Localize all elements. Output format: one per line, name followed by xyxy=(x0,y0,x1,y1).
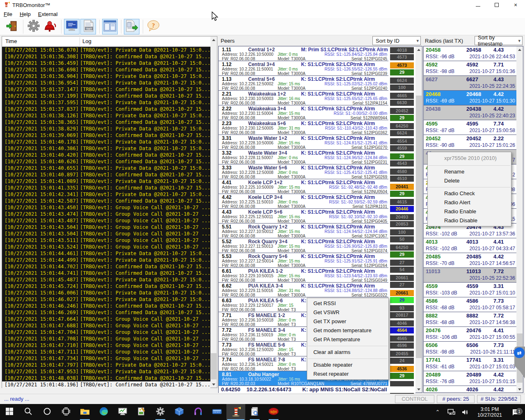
maximize-button[interactable] xyxy=(487,0,506,10)
context-menu-item-rename[interactable]: Rename xyxy=(428,167,511,176)
log-row[interactable]: [10/27/2021 15:01:47.708][TRBO/evt]: Gro… xyxy=(2,336,210,342)
log-row[interactable]: [10/27/2021 15:01:44.741][TRBO/evt]: Con… xyxy=(2,270,210,276)
taskbar-edge-browser-icon[interactable] xyxy=(94,404,113,420)
peer-row[interactable]: 3.33Waste Water 5+6K: S1:LCPtrnk S2:LCPt… xyxy=(219,164,388,179)
radio-row[interactable]: 459545957.74RSSI: -87 dB2021-10-27 15:00… xyxy=(424,120,516,135)
log-row[interactable]: [10/27/2021 15:01:45.487][TRBO/evt]: Pri… xyxy=(2,276,210,283)
radios-scroll-up[interactable] xyxy=(516,46,523,53)
log-row[interactable]: [10/27/2021 15:01:37.837][TRBO/evt]: Con… xyxy=(2,106,210,112)
action-center-icon[interactable]: 1 xyxy=(507,409,525,416)
log-row[interactable]: [10/27/2021 15:01:37.147][TRBO/evt]: Con… xyxy=(2,86,210,93)
peers-sort-dropdown[interactable]: Sort by ID ▾ xyxy=(372,36,421,45)
toolbar-button-help-bubble[interactable]: ? xyxy=(146,19,161,34)
taskbar-mail-tat-icon[interactable]: t@t xyxy=(264,404,283,420)
tray-chevron-up-icon[interactable]: ⌃ xyxy=(431,409,445,415)
peer-row[interactable]: 2.23Waiakeakua 5+6K: S1:LCPtrnk S2:LCPtr… xyxy=(219,120,388,135)
toolbar-button-monitor-log[interactable] xyxy=(64,19,80,34)
peer-row[interactable]: 1.12Central 3+4K: S1:LCPtrnk S2:LCPtrnk … xyxy=(219,61,388,76)
log-row[interactable]: [10/27/2021 15:01:38.365][TRBO/evt]: Con… xyxy=(2,119,210,126)
radio-row[interactable]: 458645867.73RSSI: -68 dB2021-10-27 05:58… xyxy=(424,297,516,312)
peer-row[interactable]: 3.31Waste Water 1+2K: S1:LCPtrnk S2:LCPt… xyxy=(219,135,388,150)
log-row[interactable]: [10/27/2021 15:01:39.069][TRBO/evt]: Con… xyxy=(2,132,210,139)
peer-row[interactable]: 6.61PUA KILEA 1-2K: S1:LCPtrnk S2:LCPtrn… xyxy=(219,268,388,283)
log-row[interactable]: [10/27/2021 15:01:36.954][TRBO/evt]: Pri… xyxy=(2,80,210,86)
peers-scroll-down[interactable] xyxy=(415,386,422,393)
radios-scrollbar[interactable] xyxy=(516,46,523,393)
peer-row[interactable]: 2.22Waiakeakua 3+4K: S1:LCPtrnk S2:LCPtr… xyxy=(219,105,388,120)
log-scrollbar[interactable] xyxy=(210,37,217,388)
log-row[interactable]: [10/27/2021 15:01:47.664][TRBO/evt]: Gro… xyxy=(2,316,210,322)
log-row[interactable]: [10/27/2021 15:01:40.655][TRBO/evt]: Pri… xyxy=(2,165,210,171)
context-menu-item-radio-alert[interactable]: Radio Alert xyxy=(428,198,511,207)
peer-row[interactable]: 4.43Koele LCP 5+6K: S1:LCPtrnk S2:LCPtrn… xyxy=(219,209,388,224)
radio-row[interactable]: 455945593.31RSSI: -103 dB2021-10-27 15:0… xyxy=(424,283,516,297)
peer-row[interactable]: 1.11Central 1+2M: Prim S1:LCPtrnk S2:LCP… xyxy=(219,46,388,61)
toolbar-button-settings-gear[interactable] xyxy=(26,19,41,34)
log-row[interactable]: [10/27/2021 15:01:43.504][TRBO/evt]: Gro… xyxy=(2,224,210,231)
log-row[interactable]: [10/27/2021 15:01:38.126][TRBO/evt]: Pri… xyxy=(2,112,210,119)
radio-row[interactable]: 662766274.432021-10-25 22:24:35 xyxy=(424,76,516,91)
peer-row[interactable]: 1.13Central 5+6K: S1:LCPtrnk S2:LCPtrnk … xyxy=(219,76,388,91)
menubar-item-file[interactable]: File xyxy=(0,11,16,18)
radio-row[interactable]: 20476204764.41RSSI: -106 dB2021-10-27 15… xyxy=(424,327,516,342)
log-row[interactable]: [10/27/2021 15:01:43.504][TRBO/evt]: Gro… xyxy=(2,231,210,237)
log-row[interactable]: [10/27/2021 15:01:37.595][TRBO/evt]: Pri… xyxy=(2,99,210,106)
radio-row[interactable]: 17741177413.31RSSI: -61 dB2021-10-27 15:… xyxy=(424,356,516,371)
context-menu-item-get-vswr[interactable]: Get VSWR xyxy=(307,308,388,317)
context-menu-item-get-rssi[interactable]: Get RSSI xyxy=(307,299,388,308)
taskbar-cortana-icon[interactable] xyxy=(38,404,57,420)
context-menu-item-radio-check[interactable]: Radio Check xyxy=(428,189,511,198)
context-menu-item-get-pa-temperature[interactable]: Get PA temperature xyxy=(307,335,388,344)
radios-sort-dropdown[interactable]: Sort by timestamp ▾ xyxy=(475,36,523,45)
log-row[interactable]: [10/27/2021 15:01:40.178][TRBO/evt]: Pri… xyxy=(2,139,210,145)
radio-row[interactable]: 20458204584.43RSSI: -96 dB2021-10-26 22:… xyxy=(424,46,516,61)
context-menu-item-delete[interactable]: Delete xyxy=(428,176,511,185)
log-row[interactable]: [10/27/2021 15:01:48.196][TRBO/evt]: Con… xyxy=(2,381,210,388)
taskbar-search-icon[interactable] xyxy=(19,404,38,420)
context-menu-item-radio-disable[interactable]: Radio Disable xyxy=(428,216,511,225)
log-row[interactable]: [10/27/2021 15:01:36.070][TRBO/evt]: Pri… xyxy=(2,47,210,53)
radio-row[interactable]: 888288827.72RSSI: -68 dB2021-10-27 14:56… xyxy=(424,312,516,327)
log-scroll-thumb[interactable] xyxy=(211,353,217,379)
log-row[interactable]: [10/27/2021 15:01:43.487][TRBO/evt]: Gro… xyxy=(2,217,210,224)
log-row[interactable]: [10/27/2021 15:01:47.688][TRBO/evt]: Gro… xyxy=(2,322,210,329)
context-menu-item-clear-all-alarms[interactable]: Clear all alarms xyxy=(307,348,388,357)
taskbar-start-icon[interactable] xyxy=(0,404,19,420)
log-row[interactable]: [10/27/2021 15:01:47.711][TRBO/evt]: Gro… xyxy=(2,349,210,355)
toolbar-button-exit-door[interactable] xyxy=(4,19,20,34)
log-row[interactable]: [10/27/2021 15:01:40.386][TRBO/evt]: Pri… xyxy=(2,145,210,152)
log-row[interactable]: [10/27/2021 15:01:46.246][TRBO/evt]: Con… xyxy=(2,303,210,309)
toolbar-button-split-view[interactable] xyxy=(102,19,118,34)
log-row[interactable]: [10/27/2021 15:01:36.308][TRBO/evt]: Con… xyxy=(2,53,210,60)
peer-row[interactable]: 5.53Rock Quarry 5+6K: S1:LCPtrnk S2:LCPt… xyxy=(219,253,388,268)
peers-bottom-row[interactable]: 0.64250 10.2.226.14:64473 K: app MNIS S1… xyxy=(219,386,415,393)
peer-row[interactable]: 4.41Koele LCP 1+2K: S1:LCPtrnk S2:LCPtrn… xyxy=(219,179,388,194)
taskbar-file-explorer-icon[interactable] xyxy=(75,404,94,420)
taskbar-cube-app-icon[interactable] xyxy=(170,404,189,420)
log-row[interactable]: [10/27/2021 15:01:38.829][TRBO/evt]: Pri… xyxy=(2,126,210,132)
log-row[interactable]: [10/27/2021 15:01:43.524][TRBO/evt]: Gro… xyxy=(2,244,210,250)
radio-row[interactable]: 459245927.71RSSI: -98 dB2021-10-27 15:01… xyxy=(424,61,516,76)
taskbar-clock[interactable]: 3:01 PM 10/27/2021 xyxy=(472,406,507,418)
context-menu-item-reset-repeater[interactable]: Reset repeater xyxy=(307,370,388,379)
peers-scrollbar[interactable] xyxy=(415,46,422,393)
log-row[interactable]: [10/27/2021 15:01:45.724][TRBO/evt]: Con… xyxy=(2,283,210,290)
log-row[interactable]: [10/27/2021 15:01:40.897][TRBO/evt]: Con… xyxy=(2,171,210,178)
radio-row[interactable]: 11013110137.722021-10-25 22:52:36 xyxy=(424,268,516,283)
log-row[interactable]: [10/27/2021 15:01:42.587][TRBO/evt]: Con… xyxy=(2,198,210,204)
log-row[interactable]: [10/27/2021 15:01:41.089][TRBO/evt]: Pri… xyxy=(2,178,210,185)
radio-row[interactable]: 401340134.41RSSI: -102 dB2021-10-27 04:3… xyxy=(424,238,516,253)
log-row[interactable]: [10/27/2021 15:01:36.904][TRBO/evt]: Pri… xyxy=(2,73,210,80)
peer-row[interactable]: 5.51Rock Quarry 1+2K: S1:LCPtrnk S2:LCPt… xyxy=(219,224,388,238)
radio-row[interactable]: 650665067.73RSSI: -98 dB2021-10-26 21:11… xyxy=(424,342,516,356)
minimize-button[interactable] xyxy=(468,0,487,10)
radio-row[interactable]: 20452204522.22RSSI: -90 dB2021-10-27 15:… xyxy=(424,135,516,150)
log-row[interactable]: [10/27/2021 15:01:44.702][TRBO/evt]: Con… xyxy=(2,263,210,270)
taskbar-performance-monitor-icon[interactable] xyxy=(113,404,132,420)
log-row[interactable]: [10/27/2021 15:01:40.626][TRBO/evt]: Con… xyxy=(2,158,210,165)
network-icon[interactable] xyxy=(445,409,459,415)
context-menu-item-disable-repeater[interactable]: Disable repeater xyxy=(307,361,388,370)
log-row[interactable]: [10/27/2021 15:01:47.710][TRBO/evt]: Gro… xyxy=(2,342,210,349)
remote-control-side-tab[interactable]: ⇄ xyxy=(514,347,525,379)
log-row[interactable]: [10/27/2021 15:01:36.698][TRBO/evt]: Con… xyxy=(2,66,210,73)
